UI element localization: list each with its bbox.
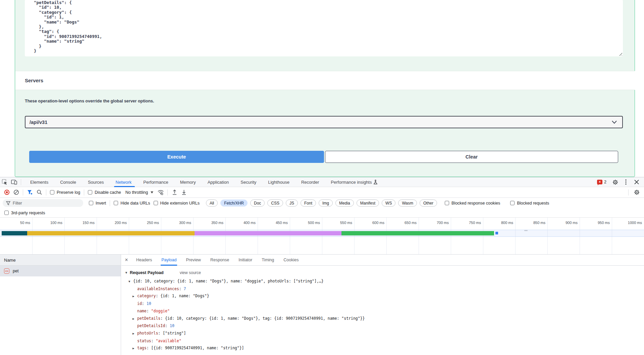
detail-tab[interactable]: Response (206, 255, 234, 266)
clear-network-log-icon[interactable] (11, 188, 21, 196)
server-select[interactable]: /api/v31 (25, 116, 623, 128)
payload-row[interactable]: ▶category: {id: 1, name: "Dogs"} (128, 293, 644, 300)
request-type-pill[interactable]: Manifest (357, 199, 379, 207)
inspect-element-icon[interactable] (0, 178, 9, 186)
network-overview-timeline[interactable]: 50 ms100 ms150 ms200 ms250 ms300 ms350 m… (0, 218, 644, 255)
clear-button[interactable]: Clear (325, 151, 618, 163)
expand-triangle-icon[interactable]: ▶ (132, 293, 137, 300)
blocked-requests-checkbox[interactable]: Blocked requests (508, 201, 551, 206)
main-tab[interactable]: Performance insights (326, 177, 383, 187)
payload-row[interactable]: name: "doggie" (128, 308, 644, 315)
expand-triangle-icon[interactable]: ▶ (132, 345, 137, 352)
main-tab[interactable]: Application (203, 177, 236, 187)
main-tab[interactable]: Network (111, 177, 139, 187)
request-type-pill[interactable]: Wasm (398, 199, 417, 207)
payload-row[interactable]: ▶photoUrls: ["string"] (128, 330, 644, 338)
hide-extension-urls-checkbox[interactable]: Hide extension URLs (152, 201, 201, 206)
colon: : (179, 286, 184, 291)
error-badge[interactable]: × 2 (597, 180, 606, 184)
request-payload-header[interactable]: ▼ Request Payload view source (121, 266, 644, 276)
throttling-dropdown[interactable]: No throttling (123, 190, 156, 195)
checkbox[interactable] (88, 190, 92, 194)
request-type-pill[interactable]: Img (319, 199, 333, 207)
detail-tab[interactable]: Preview (181, 255, 205, 266)
request-type-pill[interactable]: All (206, 199, 218, 207)
hide-data-urls-checkbox[interactable]: Hide data URLs (112, 201, 152, 206)
payload-row[interactable]: id: 10 (128, 300, 644, 308)
checkbox[interactable] (89, 201, 93, 205)
pill-label: CSS (271, 201, 279, 206)
checkbox[interactable] (510, 201, 515, 205)
request-type-pill[interactable]: Media (335, 199, 354, 207)
timeline-tick-label: 350 ms (211, 221, 223, 225)
payload-row[interactable]: status: "available" (128, 338, 644, 345)
checkbox[interactable] (50, 190, 54, 194)
kebab-menu-icon[interactable] (621, 178, 631, 186)
throttling-value: No throttling (125, 190, 148, 195)
payload-value: 10 (170, 323, 174, 328)
payload-row[interactable]: ▶petDetails: {id: 10, category: {id: 1, … (128, 315, 644, 323)
main-tab[interactable]: Elements (25, 177, 55, 187)
detail-tab[interactable]: Timing (257, 255, 279, 266)
payload-row[interactable]: ▶tags: [{id: 9007199254740991, name: "st… (128, 345, 644, 352)
checkbox[interactable] (4, 211, 9, 215)
colon: : (142, 301, 147, 306)
checkbox[interactable] (154, 201, 158, 205)
checkbox[interactable] (114, 201, 118, 205)
main-tab[interactable]: Memory (175, 177, 203, 187)
main-tab-label: Elements (30, 180, 48, 185)
third-party-checkbox[interactable]: 3rd-party requests (3, 211, 47, 215)
request-body-editor[interactable]: "petDetails": { "id": 10, "category": { … (25, 0, 623, 56)
filter-input[interactable]: Filter (3, 199, 83, 207)
execute-button[interactable]: Execute (29, 151, 324, 163)
payload-value: "doggie" (151, 309, 170, 313)
invert-checkbox[interactable]: Invert (87, 201, 108, 206)
network-settings-gear-icon[interactable] (632, 188, 641, 196)
main-tab[interactable]: Security (235, 177, 263, 187)
disable-cache-checkbox[interactable]: Disable cache (86, 190, 123, 195)
caret-down-icon (151, 191, 153, 195)
detail-tab[interactable]: Cookies (279, 255, 303, 266)
main-tab[interactable]: Console (55, 177, 83, 187)
import-har-icon[interactable] (170, 188, 179, 196)
detail-tab-label: Timing (262, 258, 274, 262)
preserve-log-checkbox[interactable]: Preserve log (48, 190, 82, 195)
detail-tab[interactable]: Initiator (234, 255, 257, 266)
main-tab[interactable]: Sources (83, 177, 111, 187)
payload-row[interactable]: petDetailsId: 10 (128, 322, 644, 330)
request-type-pill[interactable]: Font (301, 199, 316, 207)
request-type-pill[interactable]: Fetch/XHR (220, 199, 248, 207)
main-tab[interactable]: Recorder (296, 177, 326, 187)
main-tab[interactable]: Lighthouse (263, 177, 296, 187)
filter-funnel-icon[interactable] (25, 188, 35, 196)
main-tab[interactable]: Performance (138, 177, 175, 187)
search-icon[interactable] (35, 188, 44, 196)
expand-triangle-icon[interactable]: ▼ (128, 278, 133, 285)
detail-tab[interactable]: Payload (157, 255, 181, 266)
payload-root-row[interactable]: ▼{id: 10, category: {id: 1, name: "Dogs"… (128, 278, 644, 285)
checkbox[interactable] (445, 201, 449, 205)
close-devtools-icon[interactable] (632, 178, 641, 186)
request-type-pill[interactable]: CSS (267, 199, 283, 207)
request-body-json[interactable]: "petDetails": { "id": 10, "category": { … (25, 0, 623, 54)
name-column-header[interactable]: Name (0, 255, 121, 266)
expand-triangle-icon[interactable]: ▶ (132, 330, 137, 338)
main-tab-label: Application (208, 180, 229, 185)
request-row[interactable]: <> pet (0, 266, 121, 276)
request-type-pill[interactable]: WS (382, 199, 395, 207)
close-detail-icon[interactable]: × (121, 257, 131, 263)
payload-row[interactable]: availableInstances: 7 (128, 285, 644, 293)
invert-label: Invert (96, 201, 106, 206)
view-source-link[interactable]: view source (180, 270, 201, 275)
device-toolbar-icon[interactable] (9, 178, 19, 186)
expand-triangle-icon[interactable]: ▶ (132, 315, 137, 323)
settings-gear-icon[interactable] (610, 178, 620, 186)
record-network-log-icon[interactable] (2, 188, 11, 196)
detail-tab[interactable]: Headers (131, 255, 157, 266)
network-conditions-icon[interactable] (156, 188, 165, 196)
export-har-icon[interactable] (179, 188, 189, 196)
request-type-pill[interactable]: Doc (250, 199, 265, 207)
request-type-pill[interactable]: JS (286, 199, 298, 207)
blocked-response-cookies-checkbox[interactable]: Blocked response cookies (443, 201, 502, 206)
request-type-pill[interactable]: Other (420, 199, 437, 207)
